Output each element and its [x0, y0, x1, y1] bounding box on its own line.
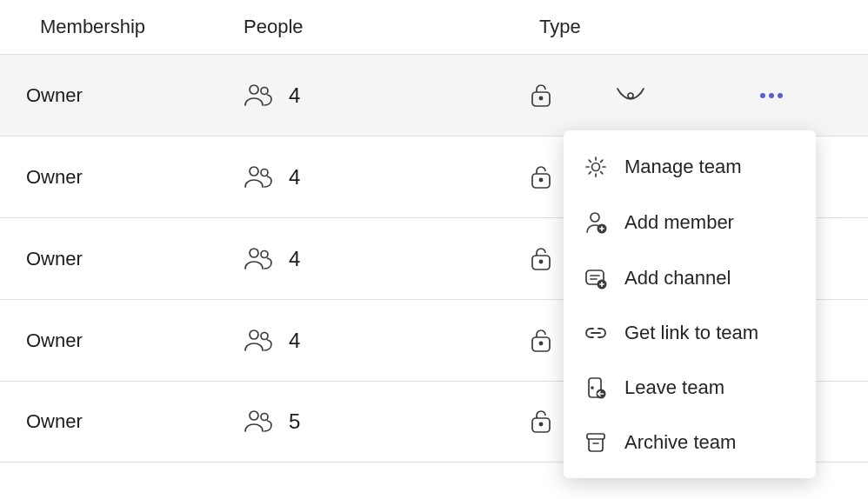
lock-icon: [531, 409, 551, 434]
link-icon: [583, 325, 609, 341]
svg-point-12: [539, 260, 542, 263]
type-cell: [513, 83, 868, 108]
svg-point-8: [539, 178, 542, 181]
membership-cell: Owner: [0, 84, 244, 107]
people-icon: [244, 409, 273, 434]
membership-cell: Owner: [0, 410, 244, 433]
svg-point-20: [539, 422, 542, 425]
membership-cell: Owner: [0, 248, 244, 270]
people-count: 4: [289, 83, 300, 108]
gear-icon: [583, 155, 609, 179]
menu-item-label: Leave team: [624, 376, 724, 399]
menu-add-channel[interactable]: Add channel: [564, 250, 816, 306]
people-icon: [244, 247, 273, 271]
svg-point-9: [250, 249, 258, 257]
eye-icon: [616, 87, 645, 104]
header-type[interactable]: Type: [513, 16, 868, 38]
svg-point-0: [250, 85, 258, 94]
add-channel-icon: [583, 266, 609, 290]
membership-cell: Owner: [0, 166, 244, 189]
people-cell: 4: [244, 247, 513, 271]
table-header-row: Membership People Type: [0, 0, 868, 54]
svg-rect-29: [587, 434, 604, 439]
add-member-icon: [583, 210, 609, 235]
menu-archive-team[interactable]: Archive team: [564, 416, 816, 469]
team-context-menu: Manage team Add member Add channel: [564, 130, 816, 478]
people-icon: [244, 83, 273, 108]
people-icon: [244, 329, 273, 353]
people-count: 4: [289, 329, 300, 353]
header-people[interactable]: People: [244, 16, 513, 38]
svg-point-22: [591, 213, 599, 222]
svg-point-16: [539, 342, 542, 344]
archive-icon: [583, 431, 609, 454]
header-membership[interactable]: Membership: [0, 16, 244, 38]
menu-item-label: Manage team: [624, 156, 742, 178]
svg-point-6: [261, 169, 268, 176]
lock-icon: [531, 329, 551, 353]
lock-icon: [531, 247, 551, 271]
more-options-button[interactable]: [753, 86, 790, 105]
people-cell: 4: [244, 165, 513, 190]
svg-point-17: [250, 411, 258, 420]
svg-point-5: [250, 167, 258, 176]
people-icon: [244, 165, 273, 190]
leave-icon: [583, 376, 609, 400]
svg-point-3: [539, 96, 542, 99]
table-row[interactable]: Owner 4: [0, 54, 868, 136]
menu-item-label: Add member: [624, 211, 734, 234]
menu-leave-team[interactable]: Leave team: [564, 360, 816, 416]
svg-point-18: [261, 414, 268, 421]
membership-cell: Owner: [0, 329, 244, 352]
menu-item-label: Archive team: [624, 431, 736, 454]
menu-add-member[interactable]: Add member: [564, 195, 816, 250]
people-cell: 4: [244, 329, 513, 353]
menu-item-label: Get link to team: [624, 322, 758, 344]
people-count: 4: [289, 165, 300, 190]
svg-point-4: [628, 93, 633, 98]
menu-manage-team[interactable]: Manage team: [564, 139, 816, 195]
people-cell: 5: [244, 409, 513, 434]
menu-item-label: Add channel: [624, 267, 731, 289]
people-cell: 4: [244, 83, 513, 108]
svg-point-21: [592, 163, 600, 171]
lock-icon: [531, 165, 551, 190]
svg-point-1: [261, 87, 268, 94]
people-count: 4: [289, 247, 300, 271]
people-count: 5: [289, 409, 300, 434]
lock-icon: [531, 83, 551, 108]
svg-point-14: [261, 332, 268, 339]
menu-get-link[interactable]: Get link to team: [564, 306, 816, 360]
svg-point-10: [261, 250, 268, 257]
svg-point-13: [250, 330, 258, 339]
svg-point-27: [591, 387, 593, 389]
